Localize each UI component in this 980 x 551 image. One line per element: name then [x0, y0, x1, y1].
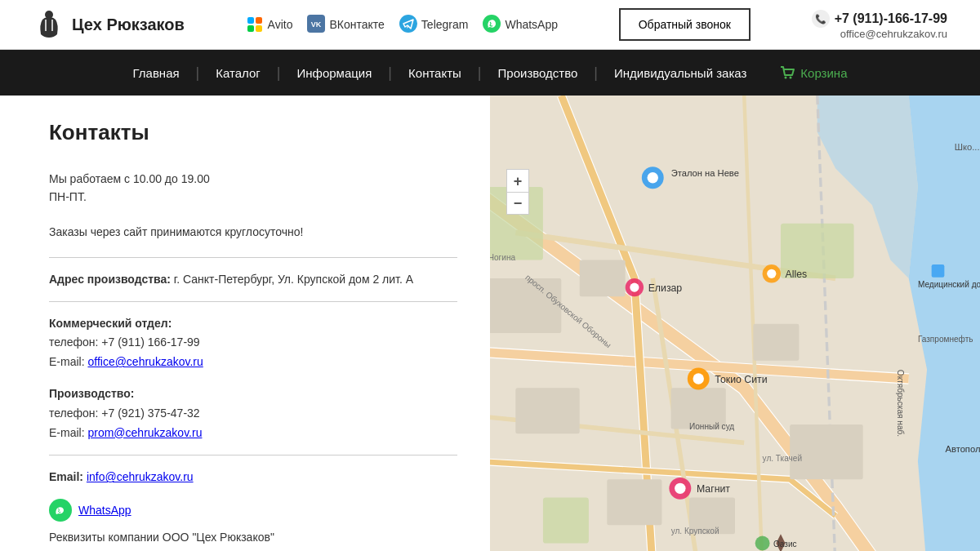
- whatsapp-header-link[interactable]: WhatsApp: [483, 15, 558, 35]
- commercial-phone: телефон: +7 (911) 166-17-99: [49, 333, 457, 353]
- logo-icon: [33, 8, 65, 41]
- requisites: Реквизиты компании ООО "Цех Рюкзаков": [49, 528, 457, 546]
- nav-catalog[interactable]: Каталог: [199, 51, 277, 95]
- social-links: Avito VK ВКонтакте Telegram WhatsApp: [246, 15, 558, 35]
- svg-text:Газпромнефть: Газпромнефть: [918, 335, 973, 344]
- address-block: Адрес производства: г. Санкт-Петербург, …: [49, 270, 457, 288]
- whatsapp-header-icon: [483, 15, 501, 35]
- callback-button[interactable]: Обратный звонок: [619, 8, 751, 41]
- svg-text:Елизар: Елизар: [648, 282, 683, 294]
- map-section: Эталон на Неве Елизар Alles Токио Сити М…: [490, 96, 980, 551]
- cart-link[interactable]: Корзина: [763, 50, 863, 96]
- header-email: office@cehrukzakov.ru: [812, 28, 947, 40]
- svg-rect-3: [247, 25, 254, 32]
- svg-text:Магнит: Магнит: [697, 483, 730, 495]
- svg-text:Автополе: Автополе: [945, 444, 980, 454]
- commercial-phone-value: +7 (911) 166-17-99: [101, 335, 199, 349]
- production-phone-label: телефон:: [49, 407, 98, 420]
- commercial-email-link[interactable]: office@cehrukzakov.ru: [87, 355, 203, 368]
- map-controls: + −: [506, 169, 529, 215]
- production-email-label: E-mail:: [49, 426, 85, 439]
- nav-custom[interactable]: Индивидуальный заказ: [598, 51, 763, 95]
- svg-text:📞: 📞: [815, 13, 826, 24]
- cart-label: Корзина: [800, 66, 847, 80]
- svg-text:Эталон на Неве: Эталон на Неве: [671, 168, 739, 178]
- logo-text: Цех Рюкзаков: [72, 16, 185, 34]
- svg-text:VK: VK: [311, 20, 322, 29]
- svg-point-11: [785, 77, 787, 79]
- svg-rect-15: [580, 260, 626, 297]
- commercial-dept-title: Коммерческий отдел:: [49, 314, 457, 334]
- general-email-value: info@cehrukzakov.ru: [87, 470, 194, 483]
- commercial-phone-label: телефон:: [49, 335, 98, 349]
- header-phone: +7 (911)-166-17-99: [835, 11, 947, 26]
- telegram-icon: [399, 15, 417, 35]
- commercial-email: E-mail: office@cehrukzakov.ru: [49, 353, 457, 372]
- production-email-value: prom@cehrukzakov.ru: [87, 426, 202, 439]
- production-phone: телефон: +7 (921) 375-47-32: [49, 404, 457, 424]
- map-svg: Эталон на Неве Елизар Alles Токио Сити М…: [490, 96, 980, 551]
- zoom-in-button[interactable]: +: [506, 169, 529, 192]
- navigation: Главная | Каталог | Информация | Контакт…: [0, 50, 980, 96]
- svg-text:Токио Сити: Токио Сити: [715, 374, 767, 385]
- cart-icon: [779, 64, 795, 81]
- svg-point-29: [630, 282, 639, 291]
- svg-text:ул. Крупской: ул. Крупской: [671, 527, 719, 535]
- commercial-dept: Коммерческий отдел: телефон: +7 (911) 16…: [49, 314, 457, 372]
- nav-contacts[interactable]: Контакты: [392, 51, 478, 95]
- working-hours: Мы работаем с 10.00 до 19.00 ПН-ПТ.: [49, 170, 457, 207]
- production-email-link[interactable]: prom@cehrukzakov.ru: [87, 426, 202, 439]
- whatsapp-label: WhatsApp: [78, 504, 131, 517]
- contacts-section: Контакты Мы работаем с 10.00 до 19.00 ПН…: [0, 96, 490, 551]
- vk-icon: VK: [307, 15, 325, 35]
- svg-rect-2: [256, 17, 262, 24]
- header-contact-info: 📞 +7 (911)-166-17-99 office@cehrukzakov.…: [812, 10, 947, 40]
- svg-point-43: [755, 536, 770, 551]
- avito-link[interactable]: Avito: [246, 16, 293, 33]
- svg-rect-16: [515, 388, 579, 433]
- telegram-link[interactable]: Telegram: [399, 15, 469, 35]
- avito-label: Avito: [268, 18, 293, 31]
- whatsapp-block: WhatsApp: [49, 499, 457, 522]
- svg-point-32: [767, 269, 776, 278]
- header: Цех Рюкзаков Avito VK ВКонтакте Telegram: [0, 0, 980, 50]
- commercial-email-value: office@cehrukzakov.ru: [87, 355, 203, 368]
- orders-info: Заказы через сайт принимаются круглосуто…: [49, 223, 457, 241]
- production-email: E-mail: prom@cehrukzakov.ru: [49, 424, 457, 443]
- svg-text:Оазис: Оазис: [773, 540, 797, 549]
- nav-production[interactable]: Производство: [482, 51, 595, 95]
- svg-text:Медицинский дом: Медицинский дом: [918, 280, 980, 289]
- general-email-link[interactable]: info@cehrukzakov.ru: [87, 470, 194, 483]
- svg-text:Шко...: Шко...: [955, 142, 980, 152]
- nav-info[interactable]: Информация: [281, 51, 389, 95]
- logo[interactable]: Цех Рюкзаков: [33, 8, 185, 41]
- svg-rect-1: [247, 17, 254, 24]
- email-block: Email: info@cehrukzakov.ru: [49, 468, 457, 486]
- vk-link[interactable]: VK ВКонтакте: [307, 15, 384, 35]
- whatsapp-icon: [49, 499, 72, 522]
- working-hours-line1: Мы работаем с 10.00 до 19.00: [49, 170, 457, 188]
- whatsapp-link[interactable]: WhatsApp: [78, 504, 131, 517]
- nav-home[interactable]: Главная: [117, 51, 196, 95]
- svg-text:Октябрьская наб.: Октябрьская наб.: [896, 370, 905, 437]
- divider-3: [49, 455, 457, 455]
- main-content: Контакты Мы работаем с 10.00 до 19.00 ПН…: [0, 96, 980, 551]
- svg-rect-14: [490, 278, 561, 333]
- telegram-label: Telegram: [421, 18, 469, 31]
- phone-icon: 📞: [812, 10, 830, 28]
- production-dept-title: Производство:: [49, 384, 457, 404]
- zoom-out-button[interactable]: −: [506, 192, 529, 215]
- svg-point-26: [648, 172, 658, 183]
- commercial-email-label: E-mail:: [49, 355, 85, 368]
- svg-rect-20: [607, 479, 662, 525]
- svg-rect-19: [790, 424, 863, 479]
- address-label: Адрес производства:: [49, 273, 171, 286]
- svg-rect-4: [256, 25, 262, 32]
- divider-2: [49, 301, 457, 302]
- page-title: Контакты: [49, 120, 457, 145]
- address-value: г. Санкт-Петербург, Ул. Крупской дом 2 л…: [171, 273, 413, 286]
- working-hours-line2: ПН-ПТ.: [49, 188, 457, 206]
- svg-point-38: [675, 483, 685, 494]
- svg-rect-24: [543, 498, 589, 544]
- vk-label: ВКонтакте: [329, 18, 384, 31]
